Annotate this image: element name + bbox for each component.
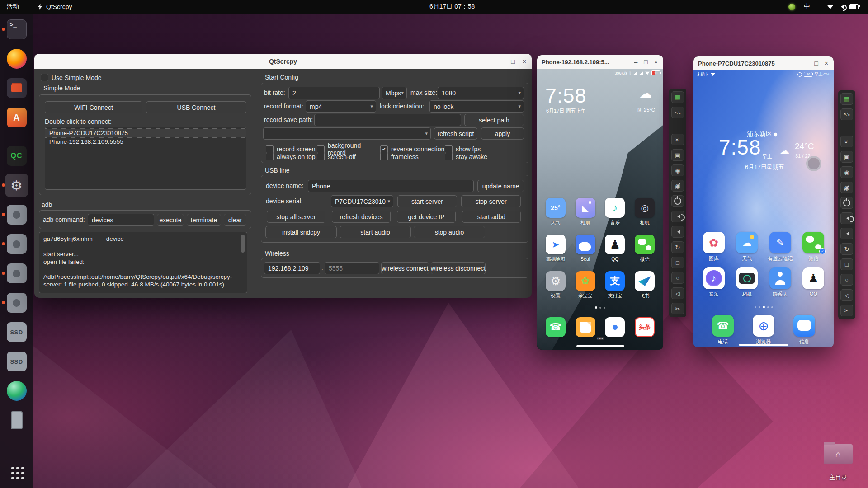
volume-down-icon[interactable] [671, 226, 684, 238]
max-size-select[interactable]: 1080 [438, 87, 524, 99]
volume-up-icon[interactable] [840, 212, 853, 224]
touch-icon[interactable]: ▣ [840, 151, 853, 163]
home-icon[interactable]: ○ [671, 272, 684, 284]
wifi-connect-button[interactable]: WIFI Connect [45, 101, 142, 113]
record-save-path-input[interactable] [314, 114, 461, 126]
activities-button[interactable]: 活动 [2, 0, 24, 14]
wireless-ip-input[interactable]: 192.168.2.109 [264, 262, 320, 274]
hw-qq-icon[interactable]: ♟ QQ [797, 267, 830, 303]
screenshot-icon[interactable]: ✂ [840, 305, 853, 316]
music-icon[interactable]: ♪ 音乐 [600, 198, 630, 235]
device-item-usb[interactable]: Phone-P7CDU17C23010875 [45, 129, 246, 137]
script-select[interactable] [263, 127, 431, 140]
touch-icon[interactable]: ▣ [671, 149, 684, 161]
main-window-titlebar[interactable]: QtScrcpy – □ × [34, 54, 532, 69]
amap-icon[interactable]: ➤ 高德地图 [541, 235, 571, 271]
focused-app-menu[interactable]: QtScrcpy [33, 0, 77, 14]
wireless-port-input[interactable]: 5555 [325, 262, 379, 274]
maximize-button[interactable]: □ [814, 60, 818, 66]
hw-browser-icon[interactable]: ⊕ 浏览器 [743, 315, 784, 347]
lock-orientation-select[interactable]: no lock [429, 100, 524, 113]
back-icon[interactable]: ◁ [671, 287, 684, 299]
toutiao-icon[interactable]: 头条 [630, 317, 660, 341]
system-status-area[interactable] [823, 0, 863, 14]
weather-icon[interactable]: 25° 天气 [541, 198, 571, 235]
hw-phone-icon[interactable]: ☎ 电话 [703, 315, 743, 347]
feishu-icon[interactable]: 飞书 [630, 271, 660, 308]
stop-all-server-button[interactable]: stop all server [267, 211, 326, 223]
stay-awake-checkbox[interactable]: stay awake [445, 153, 487, 160]
execute-button[interactable]: execute [157, 214, 184, 226]
qq-icon[interactable]: ♟ QQ [600, 235, 630, 271]
volume-up-icon[interactable] [671, 211, 684, 222]
bit-rate-input[interactable]: 2 [288, 87, 380, 99]
assistive-ball[interactable] [806, 156, 821, 171]
maximize-button[interactable]: □ [644, 59, 647, 65]
wireless-disconnect-button[interactable]: wireless disconnect [431, 262, 486, 274]
device-name-input[interactable]: Phone [308, 180, 474, 192]
power-icon[interactable] [671, 195, 684, 207]
start-audio-button[interactable]: start audio [340, 226, 411, 238]
camera-icon[interactable]: ◎ 相机 [630, 198, 660, 235]
hw-camera-icon[interactable]: 相机 [731, 267, 764, 303]
hw-music-icon[interactable]: ♪ 音乐 [697, 267, 731, 303]
phone1-screen[interactable]: 396K/s ᛒ 10 7:58 6月17日 周五上午 ☁ 阴 25°C 25°… [537, 69, 663, 350]
notification-orb-icon[interactable] [784, 0, 800, 14]
minimize-button[interactable]: – [634, 59, 638, 65]
screen-off-checkbox[interactable]: screen-off [317, 153, 380, 160]
stop-audio-button[interactable]: stop audio [414, 226, 485, 238]
frameless-checkbox[interactable]: frameless [380, 153, 445, 160]
phone1-titlebar[interactable]: Phone-192.168.2.109:5... – □ × [537, 55, 663, 69]
back-icon[interactable]: ◁ [840, 289, 853, 301]
close-button[interactable]: × [825, 60, 828, 66]
home-folder-icon[interactable]: ⌂ [824, 441, 853, 464]
ime-indicator[interactable]: 中 [799, 0, 815, 14]
adb-command-input[interactable]: devices [88, 214, 154, 226]
sphere-app-icon[interactable] [5, 379, 28, 403]
terminal-icon[interactable]: >_ [5, 18, 28, 41]
stop-server-button[interactable]: stop server [461, 195, 521, 207]
device-serial-select[interactable]: P7CDU17C23010 [331, 195, 393, 207]
device-item-wifi[interactable]: Phone-192.168.2.109:5555 [45, 137, 246, 146]
rotate-icon[interactable]: ↻ [840, 243, 853, 255]
settings-icon[interactable]: ⚙ 设置 [541, 271, 571, 308]
screen-off-icon[interactable]: ◉ [840, 182, 853, 193]
fullscreen-icon[interactable]: ↖↘ [671, 107, 684, 118]
clear-button[interactable]: clear [224, 214, 246, 226]
youdao-note-icon[interactable]: ✎ 有道云笔记 [764, 232, 797, 267]
phone-device-icon[interactable] [5, 408, 28, 432]
show-screen-icon[interactable]: ◉ [840, 166, 853, 178]
show-apps-icon[interactable] [5, 460, 28, 484]
scrcpy-window-icon[interactable] [5, 262, 28, 285]
seal-icon[interactable]: Seal [571, 235, 600, 271]
scrcpy-window-icon[interactable] [5, 232, 28, 256]
refresh-script-button[interactable]: refresh script [434, 127, 477, 140]
screenshot-icon[interactable]: ✂ [671, 303, 684, 314]
start-server-button[interactable]: start server [397, 195, 457, 207]
contacts-icon[interactable]: 联系人 [764, 267, 797, 303]
alipay-icon[interactable]: 支 支付宝 [600, 271, 630, 308]
phone2-titlebar[interactable]: Phone-P7CDU17C23010875 – □ × [693, 56, 834, 70]
record-format-select[interactable]: mp4 [306, 100, 376, 113]
volume-down-icon[interactable] [840, 228, 853, 239]
phone2-screen[interactable]: 未插卡 90 早上7:58 浦东新区 7:58 早上 ☁ 24°C 31 / 2… [693, 70, 834, 347]
always-on-top-checkbox[interactable]: always on top [266, 153, 317, 160]
qc-icon[interactable]: QC [5, 144, 28, 168]
phone1-home-indicator[interactable] [576, 345, 624, 347]
close-button[interactable]: × [654, 59, 658, 65]
install-sndcpy-button[interactable]: install sndcpy [265, 226, 337, 238]
app-switch-icon[interactable]: □ [840, 258, 853, 270]
hw-messages-icon[interactable]: 信息 [784, 315, 825, 347]
group-control-icon[interactable]: ▦ [840, 93, 853, 105]
fullscreen-icon[interactable]: ↖↘ [840, 108, 853, 120]
apply-button[interactable]: apply [481, 127, 524, 140]
ubuntu-software-icon[interactable]: A [5, 106, 28, 129]
power-icon[interactable] [840, 197, 853, 209]
terminate-button[interactable]: terminate [187, 214, 221, 226]
files-icon[interactable] [5, 76, 28, 100]
usb-connect-button[interactable]: USB Connect [146, 101, 246, 113]
scrcpy-window-icon[interactable] [5, 291, 28, 314]
collapse-icon[interactable]: » [671, 134, 684, 145]
select-path-button[interactable]: select path [464, 114, 524, 126]
scrcpy-window-icon[interactable] [5, 203, 28, 226]
